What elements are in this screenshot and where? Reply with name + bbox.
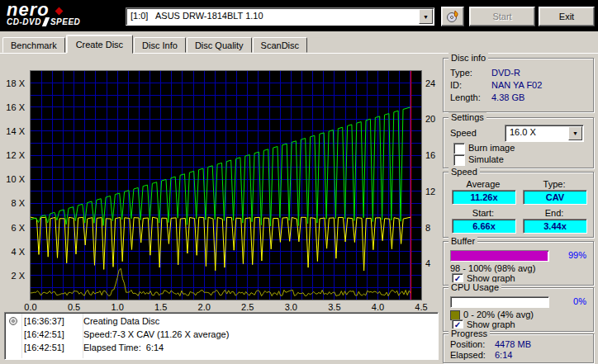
axis-tick-label: 4.0 (366, 302, 389, 312)
disc-type-label: Type: (450, 68, 472, 78)
axis-tick-label: 4 (425, 258, 430, 268)
status-log: [16:36:37] Creating Data Disc [16:42:51]… (4, 312, 439, 360)
position-value: 4478 MB (495, 339, 531, 349)
burn-image-label: Burn image (468, 143, 515, 153)
y-axis-left: 18 X16 X14 X12 X10 X8 X6 X4 X2 X (0, 71, 27, 300)
tab-benchmark[interactable]: Benchmark (2, 37, 65, 53)
start-button[interactable]: Start (469, 7, 535, 26)
chevron-down-icon: ▼ (572, 130, 578, 136)
exit-button[interactable]: Exit (539, 7, 595, 26)
axis-tick-label: 3.0 (279, 302, 302, 312)
y-axis-right: 2420161284 (425, 71, 444, 300)
end-speed-label: End: (523, 208, 586, 218)
log-message: Elapsed Time: 6:14 (83, 343, 438, 352)
disc-length-label: Length: (450, 92, 481, 102)
axis-tick-label: 14 X (6, 126, 25, 136)
axis-tick-label: 8 (425, 223, 430, 233)
axis-tick-label: 24 (425, 78, 435, 88)
disc-id-label: ID: (450, 80, 462, 90)
progress-group: Progress Position: 4478 MB Elapsed: 6:14 (443, 333, 594, 363)
axis-tick-label: 16 X (6, 102, 25, 112)
average-speed-value: 11.26x (452, 190, 516, 205)
tab-label: Benchmark (11, 40, 57, 50)
cpu-percent: 0% (573, 296, 586, 306)
log-timestamp: [16:42:51] (21, 329, 83, 339)
settings-title: Settings (448, 112, 486, 123)
start-button-label: Start (492, 12, 511, 21)
end-speed-value: 3.44x (523, 219, 587, 234)
logo-product-right: SPEED (50, 17, 80, 26)
tab-label: Disc Info (142, 40, 178, 50)
average-speed-label: Average (452, 179, 515, 189)
buffer-progress-fill (451, 251, 548, 261)
axis-tick-label: 2.0 (192, 302, 216, 312)
start-speed-label: Start: (452, 208, 515, 218)
cpu-usage-group: CPU Usage 0% 0 - 20% (4% avg) ✓ Show gra… (443, 287, 594, 332)
nero-logo: nero CD-DVDSPEED (7, 1, 80, 26)
disc-write-icon (8, 316, 18, 326)
axis-tick-label: 12 X (6, 150, 25, 160)
buffer-percent: 99% (568, 250, 586, 260)
disc-info-title: Disc info (448, 53, 488, 64)
log-timestamp: [16:36:37] (21, 316, 83, 326)
burn-image-checkbox[interactable] (453, 143, 465, 154)
buffer-progressbar (450, 250, 549, 262)
axis-tick-label: 12 (425, 187, 435, 196)
nero-logo-wordmark: nero (7, 1, 80, 19)
exit-button-label: Exit (559, 12, 574, 21)
buffer-range-text: 98 - 100% (98% avg) (450, 263, 535, 273)
start-speed-value: 6.66x (452, 219, 516, 234)
axis-tick-label: 3.5 (323, 302, 346, 312)
burn-button[interactable] (441, 7, 464, 26)
speed-select-value: 16.0 X (510, 127, 536, 137)
disc-length-value: 4.38 GB (491, 92, 524, 102)
cpu-usage-title: CPU Usage (448, 282, 501, 293)
tab-label: Disc Quality (195, 40, 244, 50)
axis-tick-label: 4 X (11, 247, 25, 257)
speed-select-arrow-button[interactable]: ▼ (568, 126, 582, 140)
tab-scandisc[interactable]: ScanDisc (253, 37, 307, 53)
speed-chart (30, 70, 422, 300)
speed-select[interactable]: 16.0 X ▼ (505, 125, 584, 142)
elapsed-label: Elapsed: (450, 350, 486, 360)
axis-tick-label: 1.5 (150, 302, 173, 312)
log-row: [16:42:51] Elapsed Time: 6:14 (5, 341, 438, 354)
log-icon-cell (5, 316, 21, 326)
write-type-value: CAV (523, 190, 587, 205)
cpu-progressbar (450, 296, 549, 308)
tab-label: ScanDisc (261, 40, 299, 50)
drive-select-arrow-button[interactable]: ▼ (419, 9, 433, 24)
burn-disc-icon (445, 10, 460, 23)
disc-info-group: Disc info Type: DVD-R ID: NAN YA F02 Len… (443, 58, 594, 112)
drive-select-value: [1:0] ASUS DRW-1814BLT 1.10 (131, 11, 263, 21)
speed-select-label: Speed (450, 128, 477, 138)
axis-tick-label: 0.0 (19, 302, 42, 312)
buffer-group: Buffer 99% 98 - 100% (98% avg) ✓ Show gr… (443, 241, 594, 286)
tab-create-disc[interactable]: Create Disc (66, 35, 133, 54)
log-row: [16:36:37] Creating Data Disc (5, 314, 438, 328)
cpu-range-text: 0 - 20% (4% avg) (463, 310, 534, 319)
logo-product-left: CD-DVD (7, 17, 41, 26)
disc-type-value: DVD-R (491, 68, 520, 78)
log-row: [16:42:51] Speed:7-3 X CAV (11.26 X aver… (5, 328, 438, 341)
axis-tick-label: 2.5 (236, 302, 259, 312)
axis-tick-label: 6 X (11, 223, 25, 233)
nero-cd-dvd-speed-window: nero CD-DVDSPEED [1:0] ASUS DRW-1814BLT … (0, 0, 598, 364)
tab-strip: Benchmark Create Disc Disc Info Disc Qua… (2, 35, 308, 53)
progress-title: Progress (448, 329, 490, 339)
write-type-label: Type: (523, 179, 586, 189)
axis-tick-label: 4.5 (410, 302, 433, 312)
axis-tick-label: 1.0 (106, 302, 129, 312)
speed-group: Speed Average Type: 11.26x CAV Start: En… (443, 172, 594, 238)
log-message: Creating Data Disc (83, 316, 438, 326)
tab-disc-info[interactable]: Disc Info (134, 37, 186, 53)
tab-disc-quality[interactable]: Disc Quality (187, 37, 252, 53)
simulate-checkbox[interactable] (453, 154, 465, 166)
axis-tick-label: 2 X (11, 271, 25, 281)
axis-tick-label: 0.5 (63, 302, 86, 312)
speed-title: Speed (448, 167, 480, 177)
tab-label: Create Disc (76, 40, 123, 50)
drive-select[interactable]: [1:0] ASUS DRW-1814BLT 1.10 ▼ (126, 7, 434, 26)
simulate-label: Simulate (468, 154, 504, 164)
disc-id-value: NAN YA F02 (491, 80, 542, 90)
